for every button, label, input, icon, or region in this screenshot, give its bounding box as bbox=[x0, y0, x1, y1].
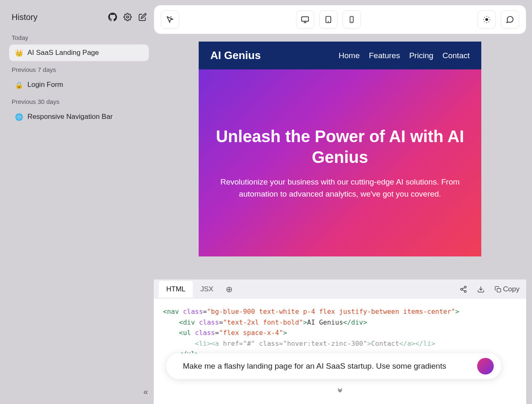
svg-point-15 bbox=[461, 288, 463, 291]
sidebar-header: History bbox=[7, 5, 150, 30]
prompt-input[interactable]: Make me a flashy landing page for an AI … bbox=[166, 353, 501, 379]
history-section-label: Previous 30 days bbox=[7, 94, 150, 108]
preview-frame: AI Genius Home Features Pricing Contact … bbox=[199, 42, 481, 256]
preview-nav-links: Home Features Pricing Contact bbox=[339, 51, 470, 60]
preview-nav-link[interactable]: Contact bbox=[443, 51, 470, 60]
preview-toolbar bbox=[154, 5, 526, 34]
preview-brand: AI Genius bbox=[210, 49, 261, 62]
download-icon[interactable] bbox=[475, 284, 486, 295]
preview-hero-subtitle: Revolutionize your business with our cut… bbox=[211, 176, 469, 200]
theme-toggle-button[interactable] bbox=[478, 10, 496, 29]
preview-nav-link[interactable]: Features bbox=[369, 51, 400, 60]
history-item-label: AI SaaS Landing Page bbox=[27, 49, 99, 57]
copy-button[interactable]: Copy bbox=[493, 283, 521, 295]
github-icon[interactable] bbox=[107, 12, 118, 22]
settings-gear-icon[interactable] bbox=[122, 12, 133, 22]
expand-code-panel-icon[interactable] bbox=[336, 387, 344, 395]
history-item[interactable]: 👑AI SaaS Landing Page bbox=[9, 44, 149, 61]
svg-point-5 bbox=[485, 18, 488, 21]
preview-hero: Unleash the Power of AI with AI Genius R… bbox=[199, 69, 481, 256]
svg-line-12 bbox=[484, 22, 485, 22]
chat-toggle-button[interactable] bbox=[501, 10, 519, 29]
svg-point-3 bbox=[328, 22, 329, 22]
history-item-label: Responsive Navigation Bar bbox=[27, 113, 113, 121]
mobile-viewport-button[interactable] bbox=[342, 10, 361, 29]
sidebar-icon-group bbox=[107, 12, 148, 22]
tab-jsx[interactable]: JSX bbox=[193, 281, 221, 298]
svg-point-16 bbox=[465, 291, 467, 293]
svg-point-14 bbox=[465, 286, 467, 288]
preview-navbar: AI Genius Home Features Pricing Contact bbox=[199, 42, 481, 69]
edit-new-icon[interactable] bbox=[137, 12, 148, 22]
history-section-label: Previous 7 days bbox=[7, 62, 150, 76]
svg-rect-1 bbox=[302, 17, 309, 21]
svg-line-11 bbox=[489, 22, 489, 22]
history-item[interactable]: 🔒Login Form bbox=[9, 76, 149, 93]
history-section-label: Today bbox=[7, 30, 150, 44]
history-item-icon: 🌐 bbox=[15, 113, 23, 121]
preview-nav-link[interactable]: Pricing bbox=[409, 51, 433, 60]
code-panel: HTML JSX ⊕ Copy <nav class="bg-blue bbox=[154, 279, 526, 404]
history-item-icon: 👑 bbox=[15, 49, 23, 57]
main-area: AI Genius Home Features Pricing Contact … bbox=[154, 0, 532, 404]
sidebar-title: History bbox=[12, 12, 37, 22]
tab-html[interactable]: HTML bbox=[159, 281, 193, 298]
prompt-text: Make me a flashy landing page for an AI … bbox=[183, 362, 446, 371]
svg-line-10 bbox=[484, 17, 485, 17]
svg-line-13 bbox=[489, 17, 489, 17]
history-item[interactable]: 🌐Responsive Navigation Bar bbox=[9, 108, 149, 125]
preview-nav-link[interactable]: Home bbox=[339, 51, 360, 60]
history-item-icon: 🔒 bbox=[15, 81, 23, 89]
sidebar: History Today👑AI SaaS Landing PagePrevio… bbox=[0, 0, 154, 404]
history-item-label: Login Form bbox=[27, 81, 63, 89]
collapse-sidebar-icon[interactable]: « bbox=[143, 387, 148, 397]
code-tab-bar: HTML JSX ⊕ Copy bbox=[154, 280, 526, 299]
svg-point-0 bbox=[127, 16, 129, 18]
copy-label: Copy bbox=[503, 285, 520, 293]
tablet-viewport-button[interactable] bbox=[319, 10, 337, 29]
preview-hero-title: Unleash the Power of AI with AI Genius bbox=[211, 126, 469, 168]
prompt-send-button[interactable] bbox=[477, 358, 494, 374]
svg-rect-17 bbox=[497, 288, 501, 292]
desktop-viewport-button[interactable] bbox=[296, 10, 314, 29]
preview-area: AI Genius Home Features Pricing Contact … bbox=[154, 42, 526, 279]
add-tab-button[interactable]: ⊕ bbox=[221, 284, 238, 294]
share-icon[interactable] bbox=[458, 284, 469, 295]
magic-cursor-button[interactable] bbox=[161, 10, 179, 29]
